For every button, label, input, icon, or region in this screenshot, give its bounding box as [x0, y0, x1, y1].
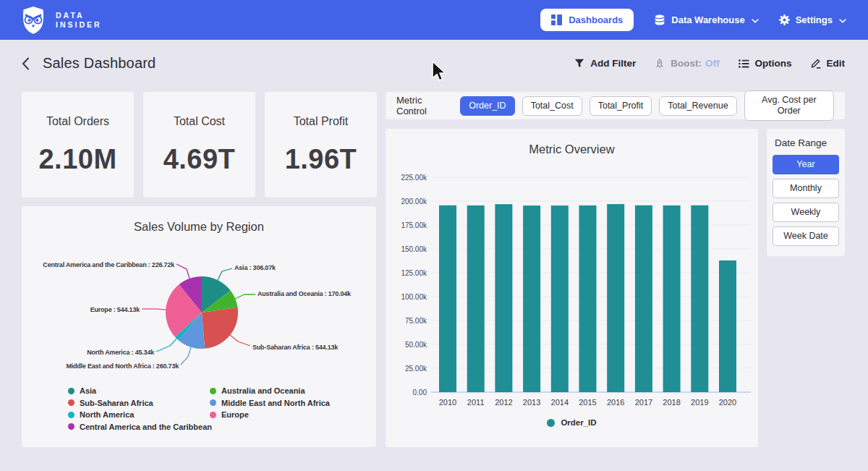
pie-legend-column: AsiaSub-Saharan AfricaNorth AmericaCentr… — [68, 385, 210, 433]
bar-2017[interactable] — [635, 205, 652, 392]
dashboards-button[interactable]: Dashboards — [540, 9, 634, 31]
date-range-year-button[interactable]: Year — [773, 155, 839, 174]
y-axis-tick: 100.00k — [401, 293, 427, 301]
settings-label: Settings — [796, 14, 833, 25]
dashboards-grid-icon — [551, 14, 562, 25]
x-axis-label: 2014 — [551, 398, 569, 407]
metric-button-total-revenue[interactable]: Total_Revenue — [659, 96, 736, 116]
kpi-card-total-cost: Total Cost 4.69T — [143, 92, 255, 198]
boost-value: Off — [705, 58, 720, 69]
pie-slice-sub-saharan-africa[interactable] — [202, 307, 238, 349]
pie-label: Middle East and North Africa : 260.73k — [66, 362, 179, 370]
bar-2015[interactable] — [579, 205, 597, 392]
bar-legend-label: Order_ID — [561, 418, 596, 427]
database-icon — [654, 14, 665, 26]
brand-line1: DATA — [56, 12, 102, 20]
app-window: DATA INSIDER Dashboards — [0, 0, 868, 471]
edit-pencil-icon — [811, 58, 821, 69]
top-navbar: DATA INSIDER Dashboards — [0, 0, 868, 40]
pie-legend-item[interactable]: Australia and Oceania — [210, 385, 330, 397]
pie-label-line — [218, 268, 232, 280]
page-header: Sales Dashboard Add Filter Boost: Off — [0, 40, 868, 87]
x-axis-label: 2019 — [691, 398, 708, 407]
bar-2020[interactable] — [719, 260, 736, 392]
metric-control-label: Metric Control — [396, 95, 449, 116]
pie-legend-item[interactable]: Middle East and North Africa — [210, 397, 330, 410]
kpi-value: 2.10M — [38, 144, 116, 175]
pie-legend-label: Middle East and North Africa — [221, 399, 330, 407]
bar-2019[interactable] — [691, 205, 708, 392]
pie-legend-item[interactable]: Sub-Saharan Africa — [68, 397, 210, 410]
edit-label: Edit — [827, 58, 846, 69]
bar-chart-legend[interactable]: Order_ID — [386, 418, 758, 427]
metric-button-avg-cost-per-order[interactable]: Avg. Cost per Order — [744, 90, 834, 121]
y-axis-tick: 175.00k — [401, 221, 427, 229]
metric-control-bar: Metric Control Order_ID Total_Cost Total… — [386, 92, 845, 119]
pie-legend-item[interactable]: Asia — [68, 385, 210, 397]
chevron-down-icon — [839, 19, 846, 23]
bar-2011[interactable] — [467, 205, 485, 392]
x-axis-label: 2018 — [663, 398, 680, 407]
date-range-weekly-button[interactable]: Weekly — [773, 203, 839, 222]
data-warehouse-menu[interactable]: Data Warehouse — [654, 14, 758, 26]
kpi-label: Total Profit — [294, 115, 349, 128]
rocket-icon — [655, 59, 665, 69]
legend-dot-icon — [68, 388, 75, 394]
date-range-week-date-button[interactable]: Week Date — [773, 226, 839, 246]
metric-button-total-cost[interactable]: Total_Cost — [522, 96, 582, 116]
x-axis-label: 2010 — [439, 398, 456, 407]
edit-button[interactable]: Edit — [811, 58, 846, 69]
bar-2018[interactable] — [663, 205, 681, 392]
pie-label-line — [156, 339, 176, 352]
kpi-card-total-profit: Total Profit 1.96T — [265, 92, 377, 198]
pie-legend-item[interactable]: North America — [68, 409, 210, 421]
metric-overview-chart-card: Metric Overview 225.00k200.00k175.00k150… — [386, 129, 758, 447]
pie-legend-label: Europe — [221, 410, 249, 419]
add-filter-button[interactable]: Add Filter — [574, 58, 636, 69]
data-warehouse-label: Data Warehouse — [671, 14, 744, 25]
dashboards-label: Dashboards — [569, 14, 623, 25]
boost-toggle[interactable]: Boost: Off — [655, 58, 719, 69]
chevron-down-icon — [752, 19, 759, 23]
chevron-left-icon — [22, 57, 30, 70]
bar-2016[interactable] — [607, 204, 624, 392]
bar-2014[interactable] — [551, 205, 569, 392]
x-axis-label: 2016 — [607, 398, 624, 407]
y-axis-tick: 75.00k — [405, 317, 427, 325]
pie-legend-label: North America — [80, 410, 134, 419]
bar-chart-title: Metric Overview — [386, 129, 758, 156]
pie-label: Central America and the Caribbean : 226.… — [43, 261, 175, 268]
top-nav-menu: Dashboards Data Warehouse — [540, 9, 846, 31]
metric-button-total-profit[interactable]: Total_Profit — [590, 96, 652, 116]
pie-legend-label: Central America and the Caribbean — [80, 423, 212, 431]
pie-label: Australia and Oceania : 170.04k — [258, 290, 352, 297]
kpi-label: Total Orders — [46, 115, 109, 128]
pie-label: Sub-Saharan Africa : 544.13k — [252, 344, 339, 351]
legend-dot-icon — [68, 423, 75, 430]
options-button[interactable]: Options — [739, 58, 792, 69]
settings-menu[interactable]: Settings — [779, 14, 846, 25]
x-axis-label: 2011 — [467, 398, 485, 407]
y-axis-tick: 225.00k — [401, 174, 427, 182]
pie-chart-legend: AsiaSub-Saharan AfricaNorth AmericaCentr… — [68, 385, 330, 433]
bar-2013[interactable] — [523, 205, 540, 392]
back-button[interactable] — [20, 56, 31, 72]
legend-dot-icon — [547, 419, 555, 427]
legend-dot-icon — [68, 399, 75, 406]
pie-legend-item[interactable]: Central America and the Caribbean — [68, 421, 210, 433]
pie-legend-item[interactable]: Europe — [210, 409, 330, 421]
bar-2010[interactable] — [439, 205, 456, 392]
x-axis-label: 2017 — [635, 398, 652, 407]
pie-label: North America : 45.34k — [87, 349, 155, 356]
metric-button-order-id[interactable]: Order_ID — [460, 96, 514, 116]
date-range-label: Date Range — [775, 137, 839, 148]
y-axis-tick: 0.00 — [413, 389, 427, 396]
filter-funnel-icon — [574, 59, 584, 68]
kpi-value: 1.96T — [285, 144, 357, 175]
pie-label-line — [230, 335, 250, 346]
date-range-monthly-button[interactable]: Monthly — [773, 179, 839, 198]
bar-2012[interactable] — [495, 204, 512, 392]
brand-line2: INSIDER — [56, 21, 102, 29]
x-axis-label: 2020 — [719, 398, 736, 407]
x-axis-label: 2013 — [523, 398, 540, 407]
